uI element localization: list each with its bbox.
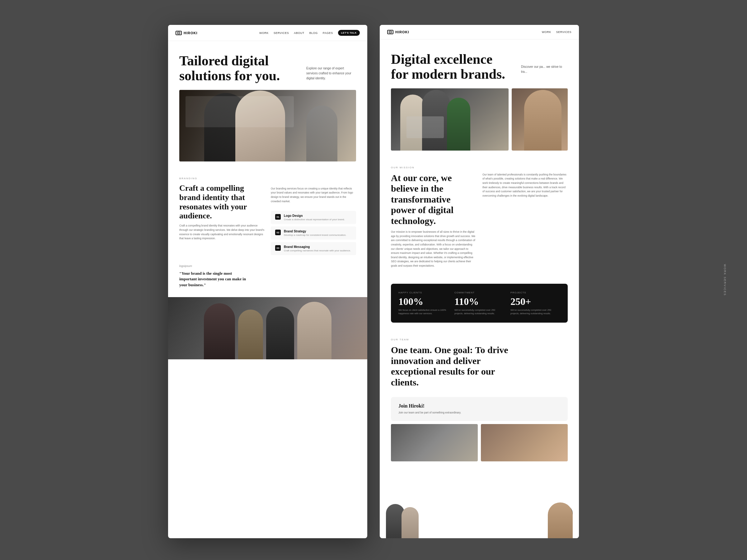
service-desc-1: Create a distinctive visual representati… (284, 218, 345, 221)
logo-icon-left (176, 31, 182, 35)
logo-text-right: HIROKI (395, 30, 409, 34)
service-content-2: Brand Strategy Develop a roadmap for con… (284, 230, 346, 236)
service-number-1: 01 (275, 214, 281, 220)
navbar-left: HIROKI WORK SERVICES ABOUT BLOG PAGES LE… (168, 25, 367, 41)
hero-image-left (179, 90, 356, 161)
service-content-1: Logo Design Create a distinctive visual … (284, 214, 345, 221)
hero-desc-left: Explore our range of expert services cra… (306, 66, 356, 81)
hero-section-left: Tailored digital solutions for you. Expl… (168, 41, 367, 168)
branding-right-col: Our branding services focus on creating … (271, 184, 356, 255)
bottom-person-4 (297, 302, 332, 359)
service-title-3: Brand Messaging (284, 245, 351, 248)
nav-about[interactable]: ABOUT (294, 31, 304, 34)
quote-section: logoipsum "Your brand is the single most… (168, 264, 367, 294)
logo-text-left: HIROKI (184, 31, 198, 35)
browser-panel-right: HIROKI WORK SERVICES Digital excellence … (380, 25, 579, 538)
hero-title-left: Tailored digital solutions for you. (179, 54, 285, 84)
desktop: HIROKI WORK SERVICES ABOUT BLOG PAGES LE… (0, 0, 747, 560)
bottom-person-3 (266, 306, 294, 359)
branding-desc1: Craft a compelling brand identity that r… (179, 224, 264, 240)
nav-pages[interactable]: PAGES (323, 31, 333, 34)
branding-left-col: Craft a compelling brand identity that r… (179, 184, 264, 255)
logo-icon-right (387, 30, 393, 34)
quote-logo: logoipsum (179, 264, 356, 268)
bottom-people (168, 297, 367, 359)
nav-services[interactable]: SERVICES (274, 31, 289, 34)
team-images (391, 424, 568, 461)
nav-cta-left[interactable]: LET'S TALK (338, 30, 360, 36)
logo-right[interactable]: HIROKI (387, 30, 409, 34)
team-image-2 (481, 424, 568, 461)
whiteboard-shape (185, 96, 294, 127)
service-title-1: Logo Design (284, 214, 345, 217)
service-item-3[interactable]: 03 Brand Messaging Craft compelling narr… (271, 242, 356, 255)
bottom-person-2 (238, 310, 263, 359)
service-number-2: 02 (275, 230, 281, 235)
branding-content: Craft a compelling brand identity that r… (179, 184, 356, 255)
nav-work[interactable]: WORK (259, 31, 268, 34)
quote-text: "Your brand is the single most important… (179, 271, 248, 288)
bottom-image-left (168, 297, 367, 359)
service-number-3: 03 (275, 245, 281, 251)
nav-links-left: WORK SERVICES ABOUT BLOG PAGES LET'S TAL… (259, 30, 360, 36)
service-item-2[interactable]: 02 Brand Strategy Develop a roadmap for … (271, 226, 356, 240)
nav-links-right: WORK SERVICES (542, 30, 571, 34)
nav-services-right[interactable]: SERVICES (556, 30, 571, 34)
branding-desc2: Our branding services focus on creating … (271, 187, 356, 204)
browser-panel-left: HIROKI WORK SERVICES ABOUT BLOG PAGES LE… (168, 25, 367, 538)
navbar-right: HIROKI WORK SERVICES (380, 25, 579, 39)
service-desc-2: Develop a roadmap for consistent brand c… (284, 234, 346, 236)
sidebar-text: WoRK SERVICES (723, 264, 726, 296)
service-content-3: Brand Messaging Craft compelling narrati… (284, 245, 351, 252)
logo-left[interactable]: HIROKI (176, 31, 198, 35)
branding-section: BRANDING Craft a compelling brand identi… (168, 168, 367, 264)
branding-title: Craft a compelling brand identity that r… (179, 184, 264, 221)
person-shape-3 (306, 105, 337, 161)
branding-tag: BRANDING (179, 177, 356, 180)
service-items-list: 01 Logo Design Create a distinctive visu… (271, 211, 356, 255)
service-item-1[interactable]: 01 Logo Design Create a distinctive visu… (271, 211, 356, 224)
nav-work-right[interactable]: WORK (542, 30, 551, 34)
nav-blog[interactable]: BLOG (309, 31, 318, 34)
service-desc-3: Craft compelling narratives that resonat… (284, 249, 351, 252)
service-title-2: Brand Strategy (284, 230, 346, 233)
bottom-person-1 (204, 303, 235, 359)
